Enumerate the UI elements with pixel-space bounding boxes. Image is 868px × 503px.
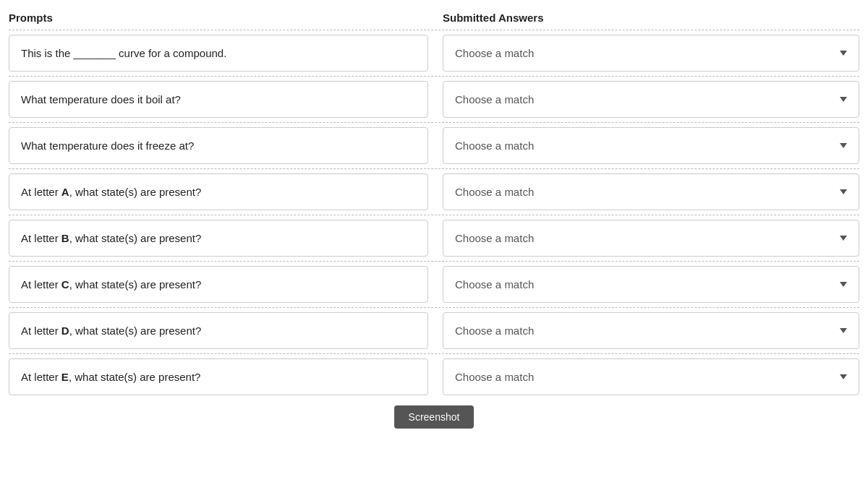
header-row: Prompts Submitted Answers [9, 12, 859, 30]
prompt-text-8: At letter E, what state(s) are present? [21, 371, 200, 383]
answer-dropdown-7[interactable]: Choose a match [443, 312, 859, 349]
question-row-4: At letter A, what state(s) are present?C… [9, 168, 859, 215]
prompt-text-6: At letter C, what state(s) are present? [21, 278, 201, 291]
prompt-text-4: At letter A, what state(s) are present? [21, 186, 201, 198]
question-row-5: At letter B, what state(s) are present?C… [9, 215, 859, 261]
answer-placeholder-8: Choose a match [455, 371, 534, 383]
answer-placeholder-3: Choose a match [455, 139, 534, 152]
question-row-6: At letter C, what state(s) are present?C… [9, 261, 859, 307]
prompt-text-5: At letter B, what state(s) are present? [21, 232, 201, 244]
prompt-cell-7: At letter D, what state(s) are present? [9, 312, 428, 349]
questions-container: This is the _______ curve for a compound… [9, 30, 859, 400]
chevron-down-icon-8 [840, 374, 847, 379]
answer-dropdown-3[interactable]: Choose a match [443, 127, 859, 164]
question-row-8: At letter E, what state(s) are present?C… [9, 353, 859, 400]
chevron-down-icon-4 [840, 189, 847, 194]
prompt-text-7: At letter D, what state(s) are present? [21, 324, 201, 337]
answer-dropdown-4[interactable]: Choose a match [443, 173, 859, 210]
question-row-3: What temperature does it freeze at?Choos… [9, 122, 859, 168]
prompt-cell-8: At letter E, what state(s) are present? [9, 358, 428, 395]
header-prompts: Prompts [9, 12, 428, 24]
answer-dropdown-5[interactable]: Choose a match [443, 220, 859, 257]
answer-dropdown-6[interactable]: Choose a match [443, 266, 859, 303]
answer-placeholder-1: Choose a match [455, 47, 534, 59]
chevron-down-icon-2 [840, 97, 847, 102]
prompt-cell-6: At letter C, what state(s) are present? [9, 266, 428, 303]
page-container: Prompts Submitted Answers This is the __… [0, 0, 868, 431]
answer-placeholder-4: Choose a match [455, 186, 534, 198]
answer-placeholder-7: Choose a match [455, 324, 534, 337]
answer-dropdown-1[interactable]: Choose a match [443, 35, 859, 72]
chevron-down-icon-3 [840, 143, 847, 148]
answer-dropdown-8[interactable]: Choose a match [443, 358, 859, 395]
answer-placeholder-2: Choose a match [455, 93, 534, 106]
question-row-2: What temperature does it boil at?Choose … [9, 76, 859, 122]
prompt-text-2: What temperature does it boil at? [21, 93, 181, 106]
header-submitted: Submitted Answers [428, 12, 859, 24]
prompt-cell-4: At letter A, what state(s) are present? [9, 173, 428, 210]
question-row-1: This is the _______ curve for a compound… [9, 30, 859, 76]
prompt-text-3: What temperature does it freeze at? [21, 139, 194, 152]
answer-dropdown-2[interactable]: Choose a match [443, 81, 859, 118]
chevron-down-icon-7 [840, 328, 847, 333]
prompt-cell-5: At letter B, what state(s) are present? [9, 220, 428, 257]
question-row-7: At letter D, what state(s) are present?C… [9, 307, 859, 353]
prompt-cell-3: What temperature does it freeze at? [9, 127, 428, 164]
screenshot-btn-row: Screenshot [9, 400, 859, 431]
prompt-cell-1: This is the _______ curve for a compound… [9, 35, 428, 72]
screenshot-button[interactable]: Screenshot [394, 405, 475, 429]
prompt-cell-2: What temperature does it boil at? [9, 81, 428, 118]
answer-placeholder-5: Choose a match [455, 232, 534, 244]
chevron-down-icon-6 [840, 282, 847, 287]
prompt-text-1: This is the _______ curve for a compound… [21, 47, 226, 59]
chevron-down-icon-1 [840, 51, 847, 56]
chevron-down-icon-5 [840, 236, 847, 241]
answer-placeholder-6: Choose a match [455, 278, 534, 291]
